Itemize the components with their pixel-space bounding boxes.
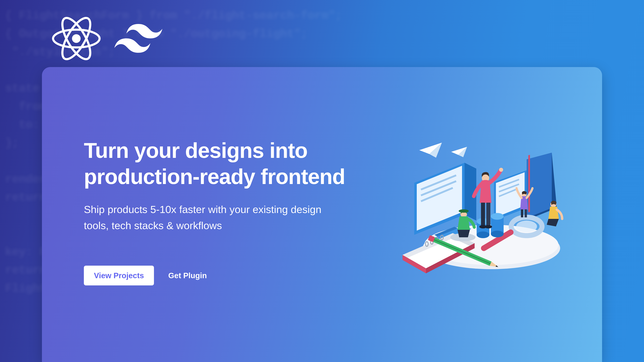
svg-point-0 — [72, 34, 81, 43]
svg-point-25 — [499, 168, 503, 172]
hero-subtitle: Ship products 5-10x faster with your exi… — [84, 201, 330, 234]
svg-point-18 — [477, 231, 489, 238]
svg-rect-27 — [486, 203, 490, 226]
svg-point-29 — [485, 225, 492, 228]
svg-point-23 — [491, 213, 504, 220]
svg-point-8 — [516, 221, 537, 232]
hero-content-row: Turn your designs into production-ready … — [42, 84, 602, 285]
svg-rect-34 — [521, 209, 523, 217]
svg-point-22 — [491, 231, 504, 237]
tailwind-icon — [114, 24, 163, 53]
tech-logos — [52, 17, 163, 60]
view-projects-button[interactable]: View Projects — [84, 266, 154, 285]
svg-rect-26 — [481, 203, 485, 226]
react-icon — [52, 17, 100, 60]
hero-text-column: Turn your designs into production-ready … — [84, 137, 356, 285]
hero-buttons: View Projects Get Plugin — [84, 266, 356, 285]
hero-title: Turn your designs into production-ready … — [84, 137, 356, 190]
svg-rect-35 — [524, 209, 527, 217]
svg-point-32 — [459, 209, 469, 213]
get-plugin-button[interactable]: Get Plugin — [168, 271, 207, 280]
hero-card: Turn your designs into production-ready … — [42, 67, 602, 362]
hero-illustration — [401, 138, 572, 285]
svg-rect-6 — [528, 155, 530, 212]
